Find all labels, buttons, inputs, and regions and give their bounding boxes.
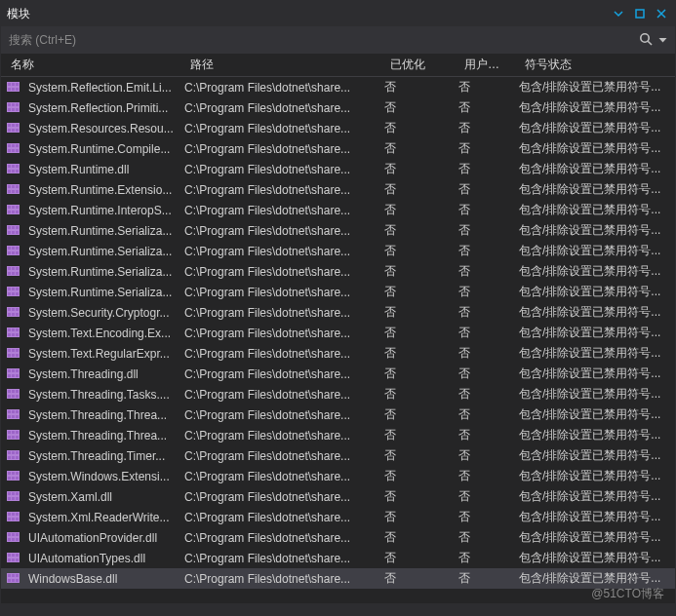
svg-rect-36 <box>16 170 19 173</box>
cell-usercode: 否 <box>455 366 515 382</box>
cell-name: System.Security.Cryptogr... <box>24 306 180 320</box>
cell-usercode: 否 <box>455 263 515 280</box>
svg-rect-73 <box>8 288 11 290</box>
table-row[interactable]: System.Runtime.Serializa...C:\Program Fi… <box>1 220 675 241</box>
search-icon[interactable] <box>639 32 653 49</box>
search-input[interactable] <box>9 33 633 47</box>
table-row[interactable]: System.Runtime.Serializa...C:\Program Fi… <box>1 241 675 261</box>
svg-rect-91 <box>12 333 15 336</box>
cell-name: System.Text.RegularExpr... <box>24 347 180 361</box>
module-list[interactable]: System.Reflection.Emit.Li...C:\Program F… <box>1 77 675 603</box>
table-row[interactable]: System.Threading.Tasks....C:\Program Fil… <box>1 384 675 404</box>
table-row[interactable]: System.Threading.Threa...C:\Program File… <box>1 404 675 425</box>
cell-path: C:\Program Files\dotnet\share... <box>180 286 380 299</box>
svg-rect-165 <box>12 554 15 557</box>
table-row[interactable]: System.Text.Encoding.Ex...C:\Program Fil… <box>1 323 675 343</box>
svg-rect-64 <box>16 251 19 254</box>
table-row[interactable]: System.Security.Cryptogr...C:\Program Fi… <box>1 302 675 323</box>
table-row[interactable]: System.Resources.Resou...C:\Program File… <box>1 118 675 138</box>
table-row[interactable]: System.Xml.ReaderWrite...C:\Program File… <box>1 507 675 527</box>
svg-rect-150 <box>8 513 11 516</box>
table-row[interactable]: UIAutomationProvider.dllC:\Program Files… <box>1 527 675 548</box>
col-header-usercode[interactable]: 用户代码 <box>455 57 515 73</box>
cell-usercode: 否 <box>455 222 515 239</box>
svg-rect-55 <box>8 231 11 234</box>
svg-rect-38 <box>8 185 11 188</box>
table-row[interactable]: System.Runtime.Compile...C:\Program File… <box>1 138 675 159</box>
cell-usercode: 否 <box>455 550 515 566</box>
svg-rect-159 <box>16 533 19 536</box>
table-row[interactable]: System.Threading.dllC:\Program Files\dot… <box>1 364 675 384</box>
svg-rect-48 <box>8 211 11 213</box>
col-header-symbolstate[interactable]: 符号状态 <box>515 57 675 73</box>
cell-symbolstate: 包含/排除设置已禁用符号... <box>515 263 675 280</box>
svg-rect-12 <box>16 103 19 106</box>
module-icon <box>7 184 20 196</box>
col-header-optimized[interactable]: 已优化 <box>380 57 455 73</box>
svg-rect-32 <box>12 165 15 168</box>
svg-rect-76 <box>8 292 11 295</box>
cell-path: C:\Program Files\dotnet\share... <box>180 367 380 381</box>
svg-rect-148 <box>16 497 19 500</box>
cell-name: System.Runtime.InteropS... <box>24 204 180 217</box>
window-maximize-button[interactable] <box>632 6 648 21</box>
svg-rect-113 <box>16 395 19 398</box>
table-row[interactable]: System.Xaml.dllC:\Program Files\dotnet\s… <box>1 486 675 507</box>
table-row[interactable]: System.Reflection.Emit.Li...C:\Program F… <box>1 77 675 97</box>
table-row[interactable]: System.Runtime.Serializa...C:\Program Fi… <box>1 282 675 302</box>
column-headers: 名称 路径 已优化 用户代码 符号状态 <box>1 54 675 77</box>
table-row[interactable]: System.Runtime.dllC:\Program Files\dotne… <box>1 159 675 179</box>
cell-optimized: 否 <box>380 529 455 546</box>
svg-rect-168 <box>12 558 15 561</box>
table-row[interactable]: System.Threading.Timer...C:\Program File… <box>1 445 675 466</box>
cell-symbolstate: 包含/排除设置已禁用符号... <box>515 406 675 423</box>
cell-name: System.Threading.Threa... <box>24 429 180 443</box>
svg-point-1 <box>641 33 649 41</box>
svg-rect-116 <box>12 410 15 413</box>
table-row[interactable]: System.Runtime.InteropS...C:\Program Fil… <box>1 200 675 220</box>
svg-rect-18 <box>12 124 15 127</box>
svg-rect-171 <box>8 574 11 577</box>
table-row[interactable]: System.Runtime.Extensio...C:\Program Fil… <box>1 179 675 200</box>
svg-rect-104 <box>8 374 11 377</box>
module-icon <box>7 246 20 257</box>
col-header-name[interactable]: 名称 <box>1 57 180 73</box>
table-row[interactable]: System.Threading.Threa...C:\Program File… <box>1 425 675 445</box>
svg-rect-143 <box>8 492 11 495</box>
table-row[interactable]: WindowsBase.dllC:\Program Files\dotnet\s… <box>1 568 675 589</box>
cell-path: C:\Program Files\dotnet\share... <box>180 224 380 238</box>
module-icon <box>7 348 20 360</box>
table-row[interactable]: System.Text.RegularExpr...C:\Program Fil… <box>1 343 675 364</box>
table-row[interactable]: System.Windows.Extensi...C:\Program File… <box>1 466 675 486</box>
cell-optimized: 否 <box>380 304 455 321</box>
window-dropdown-button[interactable] <box>611 6 626 21</box>
svg-rect-117 <box>16 410 19 413</box>
svg-rect-83 <box>8 313 11 316</box>
svg-rect-59 <box>8 247 11 250</box>
search-dropdown-icon[interactable] <box>658 33 667 47</box>
cell-usercode: 否 <box>455 570 515 587</box>
cell-symbolstate: 包含/排除设置已禁用符号... <box>515 284 675 300</box>
module-icon <box>7 491 20 503</box>
cell-symbolstate: 包含/排除设置已禁用符号... <box>515 550 675 566</box>
svg-rect-99 <box>16 354 19 357</box>
svg-rect-127 <box>16 436 19 439</box>
cell-optimized: 否 <box>380 263 455 280</box>
svg-rect-74 <box>12 288 15 290</box>
table-row[interactable]: System.Reflection.Primiti...C:\Program F… <box>1 97 675 118</box>
cell-path: C:\Program Files\dotnet\share... <box>180 449 380 463</box>
col-header-path[interactable]: 路径 <box>180 57 380 73</box>
window-close-button[interactable] <box>654 6 669 21</box>
svg-rect-5 <box>16 83 19 86</box>
cell-usercode: 否 <box>455 79 515 96</box>
module-icon <box>7 532 20 544</box>
svg-rect-134 <box>16 456 19 459</box>
table-row[interactable]: System.Runtime.Serializa...C:\Program Fi… <box>1 261 675 282</box>
cell-name: System.Runtime.Serializa... <box>24 265 180 279</box>
table-row[interactable]: UIAutomationTypes.dllC:\Program Files\do… <box>1 548 675 568</box>
svg-rect-153 <box>8 518 11 520</box>
svg-rect-56 <box>12 231 15 234</box>
module-icon <box>7 266 20 278</box>
cell-name: WindowsBase.dll <box>24 572 180 586</box>
svg-rect-54 <box>16 226 19 229</box>
